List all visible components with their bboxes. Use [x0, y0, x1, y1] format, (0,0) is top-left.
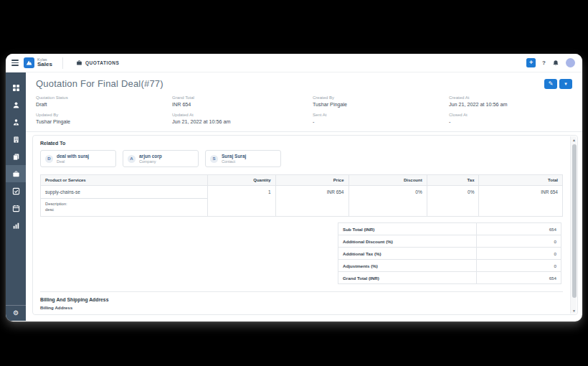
meta-label: Quotation Status — [36, 95, 172, 100]
total-value: 654 — [476, 223, 561, 235]
related-card-contact[interactable]: S Suraj SurajContact — [205, 150, 281, 167]
meta-field: Grand TotalINR 654 — [172, 95, 313, 108]
related-card-deal[interactable]: D deal with surajDeal — [40, 150, 116, 167]
meta-label: Updated At — [172, 113, 313, 117]
sidebar-item-reports[interactable] — [6, 217, 26, 234]
more-actions-button[interactable]: ▾ — [559, 79, 572, 89]
product-quantity: 1 — [207, 186, 275, 217]
person-icon — [12, 101, 20, 109]
page-header: Quotation For Final Deal(#77) ✎ ▾ — [26, 72, 582, 92]
totals-row: Additional Tax (%)0 — [338, 248, 561, 260]
related-name: Suraj Suraj — [222, 154, 246, 159]
related-name: arjun corp — [139, 154, 162, 159]
sidebar-item-companies[interactable] — [6, 131, 26, 148]
related-type: Contact — [222, 159, 246, 164]
address-divider — [40, 291, 563, 292]
kylas-logo[interactable] — [24, 57, 34, 68]
scroll-up-icon[interactable]: ▲ — [571, 136, 577, 143]
meta-label: Closed At — [449, 113, 582, 117]
description-text: desc — [45, 207, 203, 212]
header-actions: ✎ ▾ — [544, 79, 572, 89]
chevron-down-icon: ▾ — [564, 81, 567, 86]
building-icon — [12, 136, 20, 144]
sidebar-item-quotations[interactable] — [6, 165, 26, 182]
meta-field: Sent At- — [313, 113, 449, 125]
col-price: Price — [275, 175, 348, 186]
totals-row: Adjustments (%)0 — [338, 260, 561, 272]
meta-value: - — [449, 118, 582, 125]
app-body: ⚙ Quotation For Final Deal(#77) ✎ ▾ Quot… — [6, 72, 582, 321]
topbar-separator — [62, 57, 63, 69]
col-quantity: Quantity — [207, 175, 275, 186]
meta-label: Updated By — [36, 113, 172, 117]
meta-field: Quotation StatusDraft — [36, 95, 172, 108]
total-label: Additional Tax (%) — [338, 248, 477, 260]
briefcase-icon — [76, 60, 82, 66]
meta-label: Grand Total — [172, 95, 313, 100]
gear-icon: ⚙ — [13, 310, 19, 316]
avatar: D — [45, 155, 53, 163]
pencil-icon: ✎ — [549, 81, 554, 87]
totals-table: Sub Total (INR)654 Additional Discount (… — [338, 222, 561, 284]
totals-row: Grand Total (INR)654 — [338, 272, 561, 284]
meta-field: Closed At- — [449, 113, 582, 125]
meta-label: Created By — [313, 95, 449, 100]
calendar-icon — [12, 205, 20, 212]
billing-shipping-heading: Billing And Shipping Address — [40, 297, 563, 302]
meta-field: Created AtJun 21, 2022 at 10:56 am — [449, 95, 582, 108]
meta-value: - — [313, 118, 449, 125]
products-header-row: Product or Services Quantity Price Disco… — [41, 175, 563, 186]
vertical-scrollbar[interactable]: ▲ ▼ — [570, 136, 577, 314]
main-content: Quotation For Final Deal(#77) ✎ ▾ Quotat… — [26, 72, 582, 321]
totals-row: Sub Total (INR)654 — [338, 223, 561, 235]
meta-label: Sent At — [313, 113, 449, 117]
user-avatar[interactable] — [566, 58, 575, 67]
tab-quotations[interactable]: QUOTATIONS — [72, 54, 123, 72]
bar-chart-icon — [12, 222, 20, 230]
scroll-down-icon[interactable]: ▼ — [571, 307, 577, 314]
total-value: 0 — [476, 248, 561, 260]
related-cards: D deal with surajDeal A arjun corpCompan… — [40, 150, 563, 167]
total-label: Sub Total (INR) — [338, 223, 477, 235]
product-cell: supply-chains-se Description: desc — [41, 186, 208, 217]
sidebar-item-dashboard[interactable] — [6, 79, 26, 96]
product-description: Description: desc — [41, 199, 207, 216]
col-tax: Tax — [427, 175, 479, 186]
screenshot-stage: Kylas Sales QUOTATIONS + ? — [0, 0, 588, 366]
app-window: Kylas Sales QUOTATIONS + ? — [6, 54, 582, 322]
avatar: A — [128, 155, 136, 163]
quick-add-button[interactable]: + — [526, 58, 536, 67]
meta-field: Updated AtJun 21, 2022 at 10:56 am — [172, 113, 313, 125]
brand-text: Kylas Sales — [37, 57, 52, 68]
products-table: Product or Services Quantity Price Disco… — [40, 174, 563, 217]
documents-icon — [12, 153, 20, 161]
product-row: supply-chains-se Description: desc 1 INR… — [41, 186, 563, 217]
bell-icon[interactable] — [552, 60, 559, 67]
hamburger-menu-icon[interactable] — [11, 60, 19, 65]
brand-product: Sales — [37, 62, 52, 68]
mountain-logo-icon — [25, 59, 33, 67]
dashboard-grid-icon — [12, 84, 20, 92]
meta-value: Tushar Pingale — [36, 118, 172, 125]
top-bar: Kylas Sales QUOTATIONS + ? — [6, 54, 582, 72]
related-card-company[interactable]: A arjun corpCompany — [123, 150, 199, 167]
sidebar-item-settings[interactable]: ⚙ — [6, 305, 26, 321]
meta-value: Jun 21, 2022 at 10:56 am — [172, 118, 313, 125]
col-total: Total — [479, 175, 563, 186]
help-button[interactable]: ? — [542, 60, 546, 66]
total-label: Additional Discount (%) — [338, 235, 477, 248]
sidebar-item-contacts[interactable] — [6, 113, 26, 131]
sidebar-item-deals[interactable] — [6, 148, 26, 165]
scrollbar-thumb[interactable] — [572, 144, 577, 298]
topbar-actions: + ? — [526, 58, 575, 67]
meta-value: Jun 21, 2022 at 10:56 am — [449, 101, 582, 108]
quotation-meta: Quotation StatusDraft Grand TotalINR 654… — [26, 92, 582, 132]
product-name: supply-chains-se — [41, 186, 207, 199]
sidebar-item-leads[interactable] — [6, 96, 26, 113]
avatar: S — [210, 155, 218, 163]
page-title: Quotation For Final Deal(#77) — [36, 78, 163, 89]
sidebar-item-tasks[interactable] — [6, 182, 26, 200]
sidebar-item-meetings[interactable] — [6, 200, 26, 217]
related-to-heading: Related To — [40, 141, 563, 146]
edit-button[interactable]: ✎ — [544, 79, 557, 89]
